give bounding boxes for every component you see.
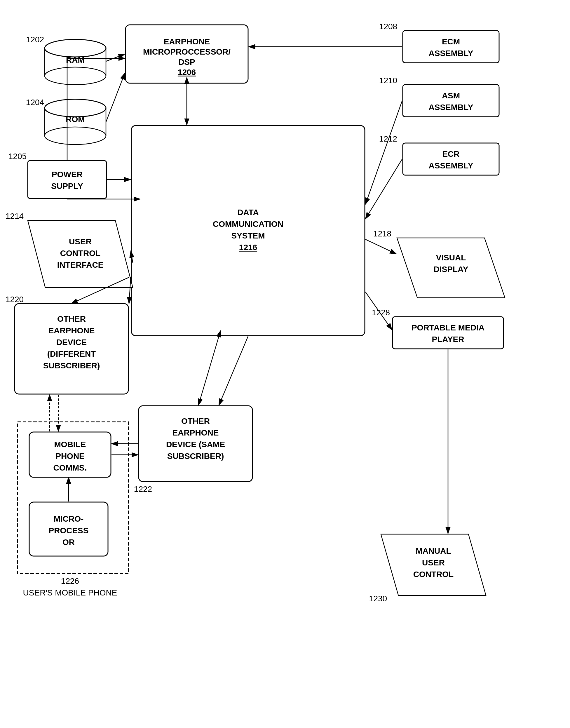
svg-line-49 — [106, 54, 125, 61]
svg-rect-15 — [403, 31, 499, 63]
svg-text:EARPHONE: EARPHONE — [173, 428, 219, 437]
other-earphone-same-id: 1222 — [134, 485, 152, 494]
svg-text:1216: 1216 — [239, 243, 257, 252]
svg-point-4 — [45, 67, 106, 85]
svg-line-71 — [219, 336, 248, 405]
asm-label: ASM — [442, 91, 460, 100]
power-id: 1205 — [8, 152, 27, 161]
svg-text:EARPHONE: EARPHONE — [48, 326, 95, 335]
asm-id: 1210 — [379, 76, 397, 85]
svg-text:(DIFFERENT: (DIFFERENT — [47, 349, 96, 358]
svg-text:DSP: DSP — [178, 57, 195, 66]
svg-text:SUBSCRIBER): SUBSCRIBER) — [167, 452, 224, 461]
svg-text:CONTROL: CONTROL — [413, 570, 454, 579]
users-mobile-phone-id: 1226 — [61, 576, 79, 585]
svg-text:MICROPROCCESSOR/: MICROPROCCESSOR/ — [143, 47, 231, 56]
other-earphone-diff-label: OTHER — [57, 314, 86, 323]
user-control-id: 1214 — [6, 212, 24, 221]
rom-id: 1204 — [26, 98, 44, 107]
rom-label: ROM — [66, 115, 85, 124]
svg-point-7 — [45, 99, 106, 117]
svg-text:DEVICE: DEVICE — [56, 338, 87, 347]
svg-text:SYSTEM: SYSTEM — [231, 231, 265, 240]
users-mobile-phone-label: USER'S MOBILE PHONE — [23, 588, 117, 597]
svg-rect-17 — [28, 161, 106, 199]
svg-line-50 — [106, 73, 125, 122]
svg-text:OR: OR — [62, 538, 75, 547]
ecm-id: 1208 — [379, 22, 397, 31]
svg-text:ASSEMBLY: ASSEMBLY — [429, 103, 473, 112]
earphone-mcu-label: EARPHONE — [164, 37, 210, 46]
svg-text:INTERFACE: INTERFACE — [57, 260, 103, 269]
ram-label: RAM — [66, 55, 85, 64]
visual-display-id: 1218 — [373, 229, 391, 238]
svg-line-62 — [199, 336, 219, 405]
microprocessor-label: MICRO- — [54, 514, 84, 523]
svg-text:COMMUNICATION: COMMUNICATION — [213, 220, 283, 229]
svg-text:COMMS.: COMMS. — [53, 463, 87, 472]
user-control-label: USER — [69, 237, 92, 246]
portable-media-label: PORTABLE MEDIA — [411, 323, 485, 332]
svg-text:DEVICE (SAME: DEVICE (SAME — [166, 440, 225, 449]
diagram-container: RAM 1202 ROM 1204 EARPHONE MICROPROCCESS… — [0, 0, 570, 728]
svg-rect-35 — [392, 317, 504, 349]
data-comm-label: DATA — [237, 208, 259, 217]
portable-media-id: 1228 — [372, 308, 390, 317]
svg-text:ASSEMBLY: ASSEMBLY — [429, 161, 473, 170]
svg-text:SUBSCRIBER): SUBSCRIBER) — [43, 361, 100, 370]
svg-rect-21 — [403, 143, 499, 175]
svg-line-59 — [365, 239, 396, 254]
svg-text:ASSEMBLY: ASSEMBLY — [429, 49, 473, 58]
manual-user-control-label: MANUAL — [415, 546, 451, 555]
svg-text:SUPPLY: SUPPLY — [51, 182, 83, 191]
svg-rect-23 — [131, 126, 365, 336]
svg-text:PHONE: PHONE — [55, 452, 85, 461]
svg-text:PROCESS: PROCESS — [49, 526, 89, 535]
svg-text:PLAYER: PLAYER — [432, 335, 464, 344]
ecr-id: 1212 — [379, 134, 397, 143]
visual-display-label: VISUAL — [436, 253, 466, 262]
ecm-label: ECM — [442, 37, 460, 46]
manual-user-control-id: 1230 — [369, 594, 387, 603]
svg-text:CONTROL: CONTROL — [60, 249, 100, 258]
svg-point-8 — [45, 127, 106, 145]
other-earphone-same-label: OTHER — [181, 417, 210, 426]
mobile-phone-label: MOBILE — [54, 440, 86, 449]
svg-rect-19 — [403, 85, 499, 117]
svg-text:USER: USER — [422, 558, 445, 567]
other-earphone-diff-id: 1220 — [6, 295, 24, 304]
ecr-label: ECR — [442, 150, 460, 159]
power-supply-label: POWER — [52, 170, 82, 179]
svg-point-3 — [45, 39, 106, 57]
svg-text:DISPLAY: DISPLAY — [434, 265, 469, 274]
ram-id: 1202 — [26, 35, 44, 44]
svg-text:1206: 1206 — [178, 68, 196, 77]
